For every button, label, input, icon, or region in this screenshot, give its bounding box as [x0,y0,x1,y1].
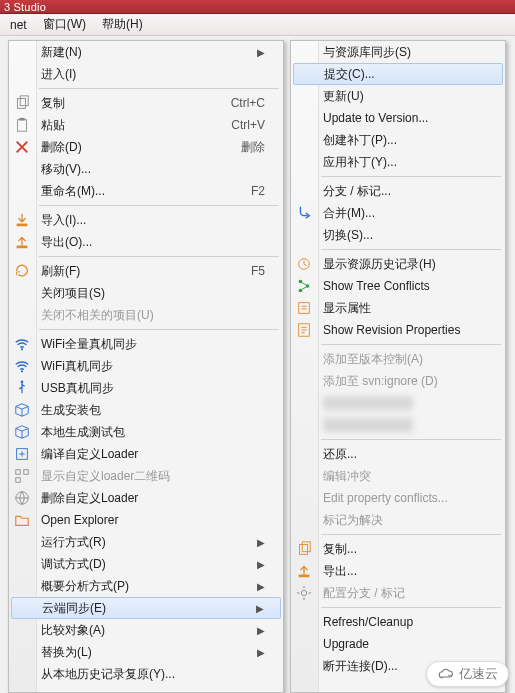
right-menu-item[interactable]: 与资源库同步(S) [291,41,505,63]
menu-item-label: 合并(M)... [323,205,375,222]
right-menu-item[interactable]: 显示资源历史记录(H) [291,253,505,275]
menu-item-label: 显示属性 [323,300,371,317]
menu-item-label: Show Revision Properties [323,323,460,337]
left-menu-item[interactable]: 删除自定义Loader [9,487,283,509]
right-menu-item[interactable]: 还原... [291,443,505,465]
left-menu-item[interactable]: Open Explorer [9,509,283,531]
left-menu-item[interactable]: 进入(I) [9,63,283,85]
right-menu-item[interactable]: 导出... [291,560,505,582]
menu-item-label: 云端同步(E) [42,600,106,617]
left-menu-item[interactable]: 刷新(F)F5 [9,260,283,282]
menu-separator [39,329,279,330]
wifi-icon [13,357,31,375]
left-menu-item[interactable]: 云端同步(E)▶ [11,597,281,619]
left-menu-item[interactable]: 替换为(L)▶ [9,641,283,663]
right-menu-item[interactable]: 应用补丁(Y)... [291,151,505,173]
titlebar: 3 Studio [0,0,515,14]
menu-item-label: 粘贴 [41,117,65,134]
left-menu-item[interactable]: 导出(O)... [9,231,283,253]
menu-separator [39,205,279,206]
right-menu-item[interactable]: 分支 / 标记... [291,180,505,202]
left-menu-item[interactable]: WiFi全量真机同步 [9,333,283,355]
right-menu-item[interactable]: 显示属性 [291,297,505,319]
menu-item-label: 与资源库同步(S) [323,44,411,61]
left-menu-item[interactable]: 比较对象(A)▶ [9,619,283,641]
menu-item-label: 从本地历史记录复原(Y)... [41,666,175,683]
menubar-item-net[interactable]: net [4,16,33,34]
left-menu-item[interactable]: WiFi真机同步 [9,355,283,377]
menu-item-label: 分支 / 标记... [323,183,391,200]
cloud-icon [437,667,455,681]
left-menu-item[interactable]: 从本地历史记录复原(Y)... [9,663,283,685]
left-menu-item[interactable]: 粘贴Ctrl+V [9,114,283,136]
menu-shortcut: F2 [251,184,265,198]
right-menu-item: Edit property conflicts... [291,487,505,509]
svg-rect-5 [17,246,28,249]
left-menu-item[interactable]: 导入(I)... [9,209,283,231]
right-menu-item[interactable]: 合并(M)... [291,202,505,224]
left-menu-item[interactable]: 删除(D)删除 [9,136,283,158]
menu-item-label: 导出(O)... [41,234,92,251]
right-menu-item[interactable]: 切换(S)... [291,224,505,246]
menu-item-label: 重命名(M)... [41,183,105,200]
menu-item-label: Upgrade [323,637,369,651]
left-menu-item[interactable]: 关闭项目(S) [9,282,283,304]
menu-item-label: 生成安装包 [41,402,101,419]
svg-rect-10 [16,470,20,474]
menu-item-label: 概要分析方式(P) [41,578,129,595]
left-menu-item[interactable]: 本地生成测试包 [9,421,283,443]
menubar: net 窗口(W) 帮助(H) [0,14,515,36]
menu-item-label: 关闭不相关的项目(U) [41,307,154,324]
svg-point-7 [21,370,23,372]
submenu-arrow-icon: ▶ [257,625,265,636]
menu-item-label: 提交(C)... [324,66,375,83]
menu-item-label: 移动(V)... [41,161,91,178]
right-menu-item[interactable]: 创建补丁(P)... [291,129,505,151]
svg-rect-22 [299,575,310,578]
menu-shortcut: Ctrl+C [231,96,265,110]
menu-item-label: 配置分支 / 标记 [323,585,405,602]
menu-item-label: 更新(U) [323,88,364,105]
menu-item-label: 添加至 svn:ignore (D) [323,373,438,390]
menu-separator [39,256,279,257]
left-menu-item[interactable]: USB真机同步 [9,377,283,399]
right-menu-item[interactable] [291,414,505,436]
left-menu-item[interactable]: 概要分析方式(P)▶ [9,575,283,597]
left-menu-item[interactable]: 运行方式(R)▶ [9,531,283,553]
submenu-arrow-icon: ▶ [257,581,265,592]
menu-separator [321,439,501,440]
right-menu-item[interactable]: Show Tree Conflicts [291,275,505,297]
right-menu-item[interactable]: Update to Version... [291,107,505,129]
right-menu-item[interactable]: 更新(U) [291,85,505,107]
left-menu-item[interactable]: 移动(V)... [9,158,283,180]
right-menu-item[interactable]: Upgrade [291,633,505,655]
left-menu-item[interactable]: 复制Ctrl+C [9,92,283,114]
right-menu-item[interactable] [291,392,505,414]
menu-item-label: 复制... [323,541,357,558]
svg-rect-20 [300,545,308,555]
menu-item-label: 替换为(L) [41,644,92,661]
left-menu-item[interactable]: 新建(N)▶ [9,41,283,63]
paste-icon [13,116,31,134]
menubar-item-help[interactable]: 帮助(H) [96,14,149,35]
left-menu-item[interactable]: 生成安装包 [9,399,283,421]
left-menu-item: 显示自定义loader二维码 [9,465,283,487]
menu-item-label: Open Explorer [41,513,118,527]
right-menu-item[interactable]: Refresh/Cleanup [291,611,505,633]
menu-separator [321,344,501,345]
left-menu-item[interactable]: 编译自定义Loader [9,443,283,465]
left-menu-item[interactable]: 重命名(M)...F2 [9,180,283,202]
menu-item-label: Edit property conflicts... [323,491,448,505]
right-menu-item[interactable]: 提交(C)... [293,63,503,85]
menubar-item-window[interactable]: 窗口(W) [37,14,92,35]
right-menu-item[interactable]: Show Revision Properties [291,319,505,341]
svg-rect-4 [17,224,28,227]
left-menu-item[interactable]: 调试方式(D)▶ [9,553,283,575]
submenu-arrow-icon: ▶ [257,47,265,58]
menu-item-label: 导出... [323,563,357,580]
svg-point-23 [301,590,306,595]
svg-point-6 [21,348,23,350]
menu-item-label: 新建(N) [41,44,82,61]
title-text: 3 Studio [4,1,46,13]
right-menu-item[interactable]: 复制... [291,538,505,560]
